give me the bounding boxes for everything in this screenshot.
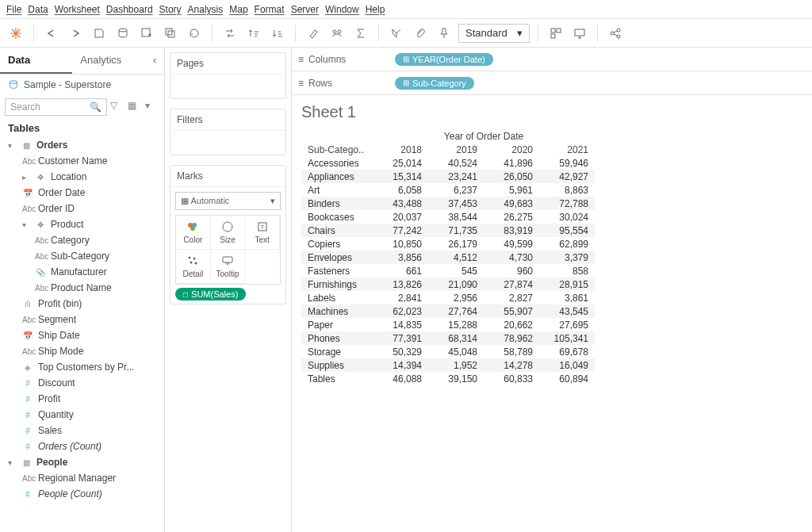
field-sales[interactable]: #Sales xyxy=(0,423,164,438)
year-header[interactable]: 2021 xyxy=(539,143,595,156)
menu-file[interactable]: File xyxy=(6,4,21,15)
show-labels-icon[interactable] xyxy=(387,24,406,43)
field-category[interactable]: AbcCategory xyxy=(0,232,164,248)
table-row[interactable]: Labels2,8412,9562,8273,861 xyxy=(301,291,595,304)
field-product[interactable]: ▾✥Product xyxy=(0,216,164,232)
refresh-icon[interactable] xyxy=(185,24,204,43)
table-row[interactable]: Storage50,32945,04858,78969,678 xyxy=(301,345,595,358)
field-order-id[interactable]: AbcOrder ID xyxy=(0,201,164,216)
show-me-icon[interactable] xyxy=(546,24,565,43)
tab-data[interactable]: Data xyxy=(0,48,72,74)
sort-asc-icon[interactable] xyxy=(244,24,263,43)
fit-dropdown[interactable]: Standard ▾ xyxy=(458,24,530,43)
table-people[interactable]: ▾▦People xyxy=(0,454,164,470)
mark-text-button[interactable]: TText xyxy=(245,216,280,250)
undo-icon[interactable] xyxy=(42,24,61,43)
field-segment[interactable]: AbcSegment xyxy=(0,312,164,327)
menu-window[interactable]: Window xyxy=(325,4,359,15)
new-worksheet-icon[interactable] xyxy=(137,24,156,43)
presentation-icon[interactable] xyxy=(570,24,589,43)
mark-color-button[interactable]: Color xyxy=(176,216,211,250)
redo-icon[interactable] xyxy=(66,24,85,43)
menu-story[interactable]: Story xyxy=(159,4,182,15)
menu-map[interactable]: Map xyxy=(229,4,247,15)
field-location[interactable]: ▸✥Location xyxy=(0,169,164,185)
table-row[interactable]: Art6,0586,2375,9618,863 xyxy=(301,183,595,197)
table-row[interactable]: Chairs77,24271,73583,91995,554 xyxy=(301,224,595,237)
field-customer-name[interactable]: AbcCustomer Name xyxy=(0,153,164,169)
menu-dashboard[interactable]: Dashboard xyxy=(106,4,153,15)
sheet-title[interactable]: Sheet 1 xyxy=(292,95,812,129)
table-row[interactable]: Bookcases20,03738,54426,27530,024 xyxy=(301,210,595,224)
data-source-row[interactable]: Sample - Superstore xyxy=(0,75,164,95)
field-ship-mode[interactable]: AbcShip Mode xyxy=(0,343,164,359)
field-product-name[interactable]: AbcProduct Name xyxy=(0,280,164,296)
table-row[interactable]: Fasteners661545960858 xyxy=(301,264,595,277)
table-row[interactable]: Binders43,48837,45349,68372,788 xyxy=(301,197,595,210)
field-manufacturer[interactable]: 📎Manufacturer xyxy=(0,264,164,280)
table-row[interactable]: Envelopes3,8564,5124,7303,379 xyxy=(301,251,595,264)
new-data-source-icon[interactable] xyxy=(113,24,132,43)
swap-icon[interactable] xyxy=(220,24,239,43)
mark-tooltip-button[interactable]: Tooltip xyxy=(211,250,246,284)
mark-detail-button[interactable]: Detail xyxy=(176,250,211,284)
menu-server[interactable]: Server xyxy=(291,4,319,15)
table-row[interactable]: Phones77,39168,31478,962105,341 xyxy=(301,331,595,345)
field-regional-manager[interactable]: AbcRegional Manager xyxy=(0,470,164,486)
table-row[interactable]: Paper14,83515,28820,66227,695 xyxy=(301,318,595,331)
pin-icon[interactable] xyxy=(435,24,454,43)
menu-worksheet[interactable]: Worksheet xyxy=(55,4,100,15)
collapse-pane-icon[interactable]: ‹ xyxy=(145,48,164,74)
table-row[interactable]: Machines62,02327,76455,90743,545 xyxy=(301,304,595,318)
svg-point-13 xyxy=(10,81,17,84)
columns-pill-year[interactable]: ⊞YEAR(Order Date) xyxy=(395,53,493,66)
columns-shelf[interactable]: ≡Columns ⊞YEAR(Order Date) xyxy=(292,48,812,71)
chevron-down-icon[interactable]: ▾ xyxy=(145,100,159,114)
table-orders[interactable]: ▾▦Orders xyxy=(0,137,164,153)
field-quantity[interactable]: #Quantity xyxy=(0,407,164,423)
share-icon[interactable] xyxy=(606,24,625,43)
field-orders-count[interactable]: #Orders (Count) xyxy=(0,438,164,454)
table-row[interactable]: Accessories25,01440,52441,89659,946 xyxy=(301,156,595,170)
menu-format[interactable]: Format xyxy=(255,4,285,15)
attach-icon[interactable] xyxy=(411,24,430,43)
sort-desc-icon[interactable] xyxy=(268,24,287,43)
duplicate-icon[interactable] xyxy=(161,24,180,43)
field-sub-category[interactable]: AbcSub-Category xyxy=(0,248,164,264)
highlight-icon[interactable] xyxy=(304,24,323,43)
field-people-count[interactable]: #People (Count) xyxy=(0,486,164,502)
field-ship-date[interactable]: 📅Ship Date xyxy=(0,327,164,343)
mark-type-dropdown[interactable]: ▦ Automatic▾ xyxy=(175,192,281,210)
group-icon[interactable] xyxy=(327,24,347,43)
text-pill-sum-sales[interactable]: □SUM(Sales) xyxy=(175,288,246,300)
year-header[interactable]: 2019 xyxy=(428,143,484,156)
field-profit[interactable]: #Profit xyxy=(0,391,164,407)
year-header[interactable]: 2018 xyxy=(373,143,428,156)
table-row[interactable]: Furnishings13,82621,09027,87428,915 xyxy=(301,277,595,291)
logo-icon[interactable] xyxy=(6,24,25,43)
save-icon[interactable] xyxy=(90,24,109,43)
menu-help[interactable]: Help xyxy=(366,4,385,15)
field-discount[interactable]: #Discount xyxy=(0,375,164,391)
tab-analytics[interactable]: Analytics xyxy=(72,48,144,74)
mark-size-button[interactable]: Size xyxy=(211,216,246,250)
filters-shelf[interactable]: Filters xyxy=(170,109,286,155)
rows-pill-subcategory[interactable]: ⊞Sub-Category xyxy=(395,77,474,90)
menu-data[interactable]: Data xyxy=(28,4,48,15)
totals-icon[interactable] xyxy=(351,24,370,43)
pages-shelf[interactable]: Pages xyxy=(170,52,286,99)
menu-analysis[interactable]: Analysis xyxy=(188,4,224,15)
field-profit-bin[interactable]: ılıProfit (bin) xyxy=(0,296,164,312)
search-input[interactable]: Search 🔍 xyxy=(5,98,107,116)
table-row[interactable]: Tables46,08839,15060,83360,894 xyxy=(301,372,595,385)
table-row[interactable]: Appliances15,31423,24126,05042,927 xyxy=(301,170,595,183)
field-order-date[interactable]: 📅Order Date xyxy=(0,185,164,201)
filter-icon[interactable]: ▽ xyxy=(110,100,124,114)
field-top-customers[interactable]: ◈Top Customers by Pr... xyxy=(0,359,164,375)
year-header[interactable]: 2020 xyxy=(484,143,539,156)
cell-value: 14,278 xyxy=(484,358,539,372)
view-icon[interactable]: ▦ xyxy=(128,100,142,114)
table-row[interactable]: Copiers10,85026,17949,59962,899 xyxy=(301,237,595,251)
rows-shelf[interactable]: ≡Rows ⊞Sub-Category xyxy=(292,71,812,95)
table-row[interactable]: Supplies14,3941,95214,27816,049 xyxy=(301,358,595,372)
